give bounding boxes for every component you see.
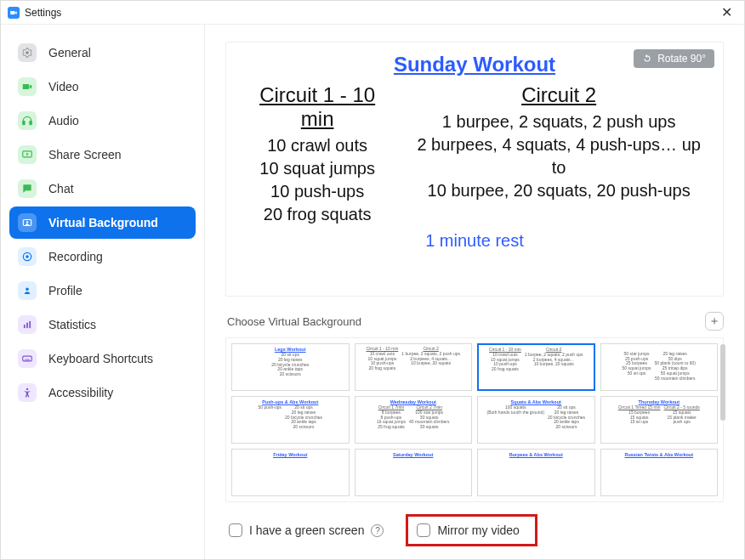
settings-sidebar: General Video Audio Share Screen Chat Vi… xyxy=(1,25,205,559)
sidebar-item-label: General xyxy=(48,46,91,59)
checkbox-icon xyxy=(229,523,242,537)
window-title: Settings xyxy=(25,7,61,19)
add-background-button[interactable]: ＋ xyxy=(705,312,724,331)
circuit-1-line: 20 frog squats xyxy=(242,203,393,226)
recording-icon xyxy=(18,247,37,266)
sidebar-item-virtual-background[interactable]: Virtual Background xyxy=(9,206,196,239)
sidebar-item-general[interactable]: General xyxy=(9,37,196,69)
mirror-my-video-checkbox[interactable]: Mirror my video xyxy=(406,514,537,546)
sidebar-item-chat[interactable]: Chat xyxy=(9,173,196,205)
close-icon[interactable]: ✕ xyxy=(716,4,737,20)
background-thumbnail[interactable]: Wednesday WorkoutCircuit 1 7min8 burpees… xyxy=(355,396,473,444)
circuit-2-line: 10 burpee, 20 squats, 20 push-ups xyxy=(410,179,708,202)
circuit-1-line: 10 squat jumps xyxy=(242,157,393,180)
svg-point-5 xyxy=(26,221,28,223)
background-thumbnail[interactable]: Circuit 1 - 10 min10 crawl outs10 squat … xyxy=(355,343,473,391)
svg-rect-11 xyxy=(29,321,31,328)
help-icon[interactable]: ? xyxy=(371,524,384,537)
circuit-2-heading: Circuit 2 xyxy=(410,83,708,107)
background-thumbnail[interactable]: Burpees & Abs Workout xyxy=(477,449,595,496)
rotate-90-button[interactable]: Rotate 90° xyxy=(634,49,714,68)
sidebar-item-label: Keyboard Shortcuts xyxy=(48,352,153,365)
circuit-1: Circuit 1 - 10 min 10 crawl outs 10 squa… xyxy=(242,83,393,226)
green-screen-checkbox[interactable]: I have a green screen ? xyxy=(229,523,384,537)
thumbnails-scrollbar[interactable] xyxy=(720,344,725,421)
sidebar-item-label: Virtual Background xyxy=(48,216,158,229)
rotate-icon xyxy=(642,54,652,64)
background-preview: Rotate 90° Sunday Workout Circuit 1 - 10… xyxy=(225,42,724,297)
background-thumbnail[interactable]: Legs Workout20 sit ups20 leg raises20 bi… xyxy=(231,343,350,391)
sidebar-item-label: Audio xyxy=(48,114,79,127)
circuit-2: Circuit 2 1 burpee, 2 squats, 2 push ups… xyxy=(410,83,708,226)
svg-rect-10 xyxy=(26,323,28,328)
svg-rect-1 xyxy=(23,122,25,125)
sidebar-item-label: Chat xyxy=(48,182,74,195)
share-screen-icon xyxy=(18,145,37,164)
statistics-icon xyxy=(18,315,37,334)
green-screen-label: I have a green screen xyxy=(249,523,364,537)
sidebar-item-audio[interactable]: Audio xyxy=(9,105,196,137)
sidebar-item-share-screen[interactable]: Share Screen xyxy=(9,139,196,171)
svg-point-8 xyxy=(26,288,29,291)
headphones-icon xyxy=(18,111,37,130)
svg-rect-12 xyxy=(23,356,32,361)
chat-icon xyxy=(18,179,37,198)
sidebar-item-label: Accessibility xyxy=(48,386,113,399)
gear-icon xyxy=(18,43,37,62)
titlebar: Settings ✕ xyxy=(1,1,744,25)
rest-label: 1 minute rest xyxy=(242,231,708,251)
background-thumbnail[interactable]: Saturday Workout xyxy=(355,449,473,496)
sidebar-item-label: Video xyxy=(48,80,79,93)
background-thumbnail[interactable]: Friday Workout xyxy=(231,449,350,496)
circuit-1-line: 10 push-ups xyxy=(242,180,393,203)
background-thumbnail[interactable]: Squats & Abs Workout100 squats(Both hand… xyxy=(477,396,595,444)
circuit-1-heading: Circuit 1 - 10 min xyxy=(242,83,393,131)
accessibility-icon xyxy=(18,383,37,402)
rotate-label: Rotate 90° xyxy=(657,53,706,65)
keyboard-icon xyxy=(18,349,37,368)
sidebar-item-label: Statistics xyxy=(48,318,96,331)
choose-vbg-label: Choose Virtual Background ＋ xyxy=(227,312,724,331)
video-icon xyxy=(18,77,37,96)
zoom-app-icon xyxy=(8,7,20,19)
sidebar-item-accessibility[interactable]: Accessibility xyxy=(9,376,196,409)
circuit-2-line: 1 burpee, 2 squats, 2 push ups xyxy=(410,110,708,133)
content-pane: Rotate 90° Sunday Workout Circuit 1 - 10… xyxy=(205,25,744,559)
background-thumbnail[interactable]: Push-ups & Abs Workout50 push-ups20 sit … xyxy=(231,396,350,444)
svg-rect-9 xyxy=(24,325,26,328)
sidebar-item-statistics[interactable]: Statistics xyxy=(9,308,196,341)
background-thumbnail[interactable]: 50 star jumps25 push ups25 burpees50 squ… xyxy=(600,343,719,391)
svg-point-0 xyxy=(26,51,29,54)
sidebar-item-recording[interactable]: Recording xyxy=(9,240,196,273)
background-thumbnails: Legs Workout20 sit ups20 leg raises20 bi… xyxy=(225,337,724,502)
background-thumbnail[interactable]: Russian Twists & Abs Workout xyxy=(600,449,719,496)
background-thumbnail[interactable]: Circuit 1 - 10 min10 crawl outs10 squat … xyxy=(477,343,595,391)
sidebar-item-label: Recording xyxy=(48,250,103,263)
profile-icon xyxy=(18,281,37,300)
svg-point-7 xyxy=(26,255,29,258)
circuit-1-line: 10 crawl outs xyxy=(242,134,393,157)
sidebar-item-label: Profile xyxy=(48,284,82,297)
svg-rect-2 xyxy=(30,122,31,125)
svg-point-13 xyxy=(26,388,28,390)
footer-options: I have a green screen ? Mirror my video xyxy=(225,502,724,553)
background-thumbnail[interactable]: Thursday WorkoutCircuit 1 Timed 15 min15… xyxy=(600,396,719,444)
sidebar-item-video[interactable]: Video xyxy=(9,71,196,103)
virtual-background-icon xyxy=(18,213,37,232)
mirror-my-video-label: Mirror my video xyxy=(437,523,519,537)
sidebar-item-keyboard-shortcuts[interactable]: Keyboard Shortcuts xyxy=(9,342,196,375)
sidebar-item-profile[interactable]: Profile xyxy=(9,274,196,307)
sidebar-item-label: Share Screen xyxy=(48,148,122,161)
checkbox-icon xyxy=(417,523,430,537)
circuit-2-line: 2 burpees, 4 squats, 4 push-ups… up to xyxy=(410,133,708,179)
